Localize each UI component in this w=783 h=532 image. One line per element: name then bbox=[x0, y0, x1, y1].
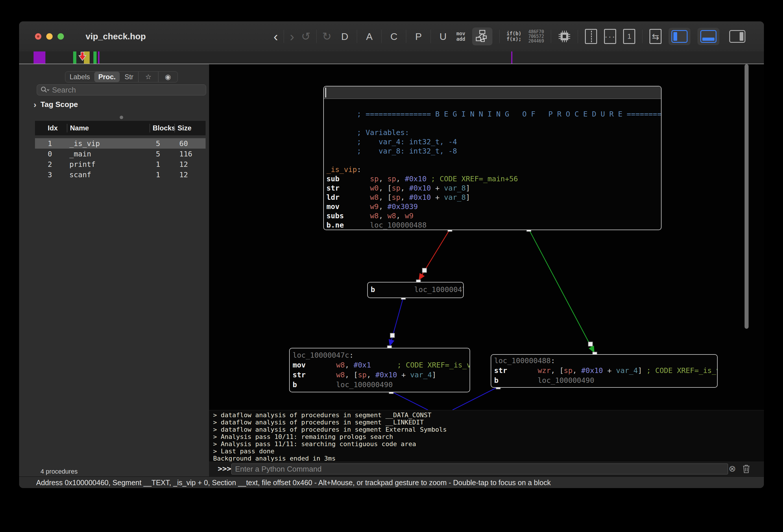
block-header-bar[interactable] bbox=[324, 87, 661, 99]
asm-line: b loc_100000490 bbox=[494, 376, 717, 385]
zoom-button[interactable] bbox=[58, 33, 64, 40]
search-icon bbox=[40, 86, 49, 94]
bottom-panel-icon bbox=[700, 30, 717, 43]
basic-block-loc-10000047c[interactable]: loc_10000047c:mov w8, #0x1 ; CODE XREF=_… bbox=[289, 348, 470, 393]
hex-mode-button[interactable]: 486F70 706572 204469 bbox=[528, 30, 544, 43]
filter-tab-record[interactable]: ◉ bbox=[158, 72, 178, 82]
cfg-graph-view[interactable]: ; =============== B E G I N N I N G O F … bbox=[209, 64, 764, 410]
column-header-blocks: Blocks bbox=[150, 124, 174, 132]
dashed-divider-icon bbox=[591, 31, 592, 42]
cell-idx: 1 bbox=[35, 139, 67, 148]
filter-tab-proc[interactable]: Proc. bbox=[94, 72, 120, 82]
tag-scope-disclosure[interactable]: › Tag Scope bbox=[34, 100, 78, 109]
asm-line: str wzr, [sp, #0x10 + var_4] ; CODE XREF… bbox=[494, 366, 717, 376]
cell-size: 116 bbox=[174, 150, 206, 158]
toolbar-type-u-button[interactable]: U bbox=[437, 31, 449, 42]
asm-line: _is_vip: bbox=[326, 165, 661, 174]
pseudocode-mode-button[interactable]: if(b) f(x); bbox=[507, 31, 521, 42]
window-title: vip_check.hop bbox=[86, 22, 146, 52]
procedure-row-_main[interactable]: 0_main5116 bbox=[35, 149, 206, 159]
trash-icon[interactable] bbox=[742, 464, 751, 474]
filter-tab-labels[interactable]: Labels bbox=[65, 72, 94, 82]
titlebar: vip_check.hop ‹ › ↺ ↻ DACPU mov add bbox=[19, 22, 764, 52]
procedure-row-scanf[interactable]: 3scanf112 bbox=[35, 169, 206, 180]
table-header[interactable]: Idx Name Blocks Size bbox=[35, 121, 206, 135]
cfg-mode-button[interactable] bbox=[472, 28, 493, 45]
close-button[interactable] bbox=[35, 33, 41, 40]
filter-tabs: LabelsProc.Str☆◉ bbox=[65, 71, 178, 83]
basic-block-jump[interactable]: b loc_10000047c bbox=[367, 282, 464, 298]
toolbar-separator bbox=[357, 30, 357, 43]
dotted-view-button[interactable]: ··· bbox=[604, 29, 616, 44]
vertical-scrollbar[interactable] bbox=[745, 64, 749, 329]
edge-true-branch bbox=[529, 229, 594, 352]
console-line: > Analysis pass 11/11: searching contigu… bbox=[213, 440, 764, 447]
toolbar-separator bbox=[381, 30, 382, 43]
minimize-button[interactable] bbox=[46, 33, 53, 40]
edge-unconditional-2 bbox=[391, 392, 428, 410]
swap-panes-button[interactable]: ⇆ bbox=[650, 29, 662, 44]
search-input[interactable] bbox=[52, 85, 202, 95]
asm-line: subs w8, w8, w9 bbox=[326, 211, 661, 221]
toolbar-type-p-button[interactable]: P bbox=[412, 31, 425, 42]
dots-icon: ··· bbox=[604, 35, 616, 38]
toolbar-type-a-button[interactable]: A bbox=[363, 31, 376, 42]
basic-block-entry[interactable]: ; =============== B E G I N N I N G O F … bbox=[323, 86, 662, 230]
nav-back-button[interactable]: ‹ bbox=[274, 30, 278, 43]
redo-button[interactable]: ↻ bbox=[322, 31, 332, 42]
nav-forward-button[interactable]: › bbox=[290, 30, 294, 43]
asm-line: loc_10000047c: bbox=[292, 350, 470, 360]
split-column-view-button[interactable] bbox=[585, 29, 597, 44]
column-header-name: Name bbox=[67, 124, 150, 132]
python-prompt: >>> bbox=[218, 464, 231, 473]
python-command-bar: >>> ⊗ bbox=[209, 462, 764, 476]
asm-line: mov w8, #0x1 ; CODE XREF=_is_vip+24 bbox=[292, 360, 470, 370]
traffic-lights bbox=[35, 33, 64, 40]
toggle-left-panel-button[interactable] bbox=[668, 28, 690, 45]
cell-idx: 3 bbox=[35, 170, 67, 179]
toolbar-type-c-button[interactable]: C bbox=[387, 31, 400, 42]
asm-line: ; =============== B E G I N N I N G O F … bbox=[326, 109, 661, 119]
edge-unconditional-1 bbox=[390, 297, 403, 345]
asm-line: ; Variables: bbox=[326, 128, 661, 137]
asm-line: loc_100000488: bbox=[494, 356, 717, 366]
toolbar-separator bbox=[316, 30, 317, 43]
cell-name: _main bbox=[67, 150, 150, 158]
toolbar-separator bbox=[406, 30, 406, 43]
search-field[interactable] bbox=[37, 85, 206, 95]
console-line: > dataflow analysis of procedures in seg… bbox=[213, 411, 764, 419]
edge-false-branch bbox=[419, 229, 450, 279]
console-line: > dataflow analysis of procedures in seg… bbox=[213, 426, 764, 433]
segment-minimap[interactable] bbox=[19, 52, 764, 64]
filter-tab-str[interactable]: Str bbox=[120, 72, 138, 82]
console-line: > dataflow analysis of procedures in seg… bbox=[213, 419, 764, 426]
asm-line: str w8, [sp, #0x10 + var_4] bbox=[292, 370, 470, 380]
clear-console-button[interactable]: ⊗ bbox=[729, 464, 736, 473]
procedure-row-printf[interactable]: 2printf112 bbox=[35, 159, 206, 169]
asm-line bbox=[326, 156, 661, 165]
cell-name: printf bbox=[67, 160, 150, 168]
undo-button[interactable]: ↺ bbox=[301, 31, 311, 42]
asm-line bbox=[326, 119, 661, 128]
toolbar-separator bbox=[551, 30, 551, 43]
python-command-input[interactable] bbox=[231, 464, 728, 474]
cell-name: _is_vip bbox=[67, 139, 150, 148]
log-console: > dataflow analysis of procedures in seg… bbox=[209, 410, 764, 462]
one-page-icon: 1 bbox=[627, 32, 631, 40]
asm-line: b loc_100000490 bbox=[292, 380, 470, 390]
column-header-idx: Idx bbox=[35, 124, 67, 132]
splitter-handle[interactable] bbox=[120, 116, 123, 119]
single-page-view-button[interactable]: 1 bbox=[623, 29, 635, 44]
basic-block-loc-100000488[interactable]: loc_100000488:str wzr, [sp, #0x10 + var_… bbox=[491, 354, 718, 388]
toggle-right-panel-button[interactable] bbox=[726, 28, 748, 45]
mov-add-transform-button[interactable]: mov add bbox=[456, 31, 465, 42]
toggle-bottom-panel-button[interactable] bbox=[697, 28, 719, 45]
asm-line: ; var_8: int32_t, -8 bbox=[326, 147, 661, 156]
toolbar-type-d-button[interactable]: D bbox=[338, 31, 351, 42]
minimap-segment bbox=[34, 52, 45, 64]
filter-tab-star[interactable]: ☆ bbox=[138, 72, 158, 82]
procedure-row-_is_vip[interactable]: 1_is_vip560 bbox=[35, 138, 206, 149]
console-line: > Analysis pass 10/11: remaining prologs… bbox=[213, 433, 764, 440]
cpu-chip-icon[interactable] bbox=[558, 30, 571, 43]
procedures-table: Idx Name Blocks Size 1_is_vip5600_main51… bbox=[35, 121, 206, 180]
